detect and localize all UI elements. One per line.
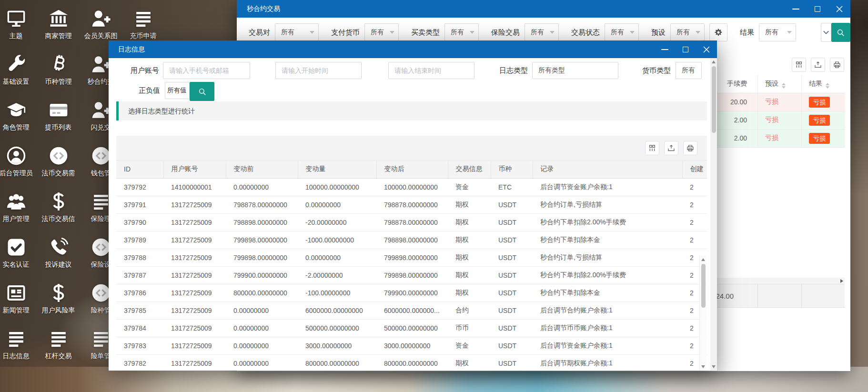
filter-select-value: 所有: [531, 28, 544, 37]
print-button[interactable]: [830, 58, 844, 72]
columns-button[interactable]: [645, 141, 659, 155]
table-cell: USDT: [491, 284, 533, 302]
log-table-container: ID用户账号变动前变动量变动后交易信息币种记录创建 37979214100000…: [116, 136, 707, 371]
table-cell: 秒合约下单扣除本金: [533, 231, 682, 249]
desktop-shortcut[interactable]: 角色管理: [0, 97, 37, 143]
desktop-shortcut[interactable]: 用户风险率: [37, 280, 80, 326]
log-type-value: 所有类型: [538, 66, 565, 75]
columns-button[interactable]: [792, 58, 806, 72]
table-cell: 13172725009: [163, 249, 226, 266]
desktop-shortcut[interactable]: 主题: [0, 6, 37, 51]
card-icon: [48, 99, 70, 121]
monitor-icon: [5, 8, 27, 30]
close-button[interactable]: [696, 40, 717, 58]
close-button[interactable]: [828, 0, 850, 18]
minimize-button[interactable]: [654, 40, 675, 58]
maximize-button[interactable]: [807, 0, 828, 18]
export-icon: [814, 61, 822, 69]
log-info-window: 日志信息 用户账号 日志类型 所有类型 货币类型 所有 正负值 所有值 选择日志…: [109, 40, 717, 371]
export-button[interactable]: [811, 58, 825, 72]
user-plus-icon: [90, 8, 112, 30]
log-type-hint-banner: 选择日志类型进行统计: [116, 101, 707, 121]
desktop-shortcut-label: 币种管理: [45, 78, 72, 86]
filter-select-value: 所有: [371, 28, 384, 37]
desktop-shortcut[interactable]: 基础设置: [0, 51, 37, 97]
modal-search-button[interactable]: [190, 82, 214, 101]
filter-select[interactable]: 所有: [605, 23, 639, 41]
result-select-value: 所有: [765, 28, 778, 37]
table-cell: 币币: [448, 319, 491, 337]
print-button[interactable]: [683, 141, 697, 155]
maximize-button[interactable]: [675, 40, 696, 58]
modal-vertical-scrollbar[interactable]: [710, 58, 717, 371]
column-header: 记录: [533, 161, 682, 178]
desktop-shortcut[interactable]: 法币交易需: [37, 143, 80, 189]
table-cell: ETC: [491, 178, 533, 196]
sort-icon[interactable]: [782, 83, 786, 89]
result-select[interactable]: 所有: [759, 23, 796, 41]
desktop-shortcut[interactable]: 新闻管理: [0, 280, 37, 326]
minimize-button[interactable]: [785, 0, 807, 18]
desktop-shortcut[interactable]: 杠杆交易: [37, 326, 80, 372]
close-icon: [836, 6, 843, 12]
desktop-shortcut[interactable]: 币种管理: [37, 51, 80, 97]
desktop-shortcut[interactable]: 投诉建议: [37, 234, 80, 280]
end-time-input[interactable]: [388, 62, 474, 79]
desktop-shortcut-label: 提币列表: [45, 123, 72, 132]
filter-select-value: 所有: [676, 28, 690, 37]
filter-select[interactable]: 所有: [525, 23, 559, 41]
desktop-shortcut[interactable]: 商家管理: [37, 6, 80, 51]
table-cell: 2: [682, 213, 707, 231]
table-vertical-scrollbar[interactable]: [699, 256, 707, 371]
result-cell: 亏损: [802, 111, 845, 129]
table-row: 37978913172725009799898.00000000-1000.00…: [116, 231, 707, 249]
preset-settings-button[interactable]: [709, 23, 727, 41]
export-button[interactable]: [664, 141, 678, 155]
expand-filters-button[interactable]: [821, 23, 831, 42]
desktop-shortcut-label: 用户管理: [3, 215, 30, 223]
table-cell: USDT: [491, 266, 533, 284]
table-cell: 秒合约下单扣除2.00%手续费: [533, 213, 682, 231]
scrollbar-thumb[interactable]: [712, 66, 716, 133]
chevron-down-icon: [310, 31, 314, 34]
column-header[interactable]: 预设: [758, 75, 802, 93]
table-row: 37978713172725009799900.00000000-2.00000…: [116, 266, 707, 284]
wrench-icon: [5, 53, 27, 75]
table-row: 379783131727250090.000000003000.00000000…: [116, 337, 707, 354]
check-square-icon: [5, 236, 27, 258]
desktop-shortcut[interactable]: 日志信息: [0, 326, 37, 372]
currency-type-select[interactable]: 所有: [676, 62, 702, 79]
log-type-select[interactable]: 所有类型: [532, 62, 618, 79]
table-cell: 379788: [116, 249, 163, 266]
table-cell: 379789: [116, 231, 163, 249]
desktop-shortcut[interactable]: 提币列表: [37, 97, 80, 143]
minimize-icon: [661, 49, 668, 50]
desktop-shortcut[interactable]: 实名认证: [0, 234, 37, 280]
filter-select[interactable]: 所有: [275, 23, 319, 41]
filter-select[interactable]: 所有: [444, 23, 479, 41]
table-cell: 798898.00000000: [376, 231, 448, 249]
log-type-label: 日志类型: [498, 62, 528, 79]
preset-value: 亏损: [765, 116, 778, 123]
sort-icon[interactable]: [826, 83, 829, 89]
result-badge: 亏损: [809, 133, 830, 144]
desktop-shortcut[interactable]: 法币交易信: [37, 189, 80, 234]
columns-icon: [795, 61, 803, 69]
desktop-shortcut[interactable]: 后台管理员: [0, 143, 37, 189]
desktop-shortcut[interactable]: 用户管理: [0, 189, 37, 234]
column-header[interactable]: 结果: [802, 75, 845, 93]
filter-select[interactable]: 所有: [364, 23, 399, 41]
desktop-shortcut-label: 会员关系图: [84, 32, 118, 40]
account-input[interactable]: [163, 62, 250, 79]
start-time-input[interactable]: [275, 62, 362, 79]
table-cell: USDT: [491, 354, 533, 371]
table-cell: 379785: [116, 302, 163, 319]
sign-select[interactable]: 所有值: [165, 82, 190, 99]
table-cell: 798898.00000000: [226, 213, 298, 231]
scrollbar-thumb[interactable]: [701, 264, 706, 308]
filter-select[interactable]: 所有: [670, 23, 705, 41]
search-button[interactable]: [831, 23, 850, 42]
coin-circle-icon: [48, 145, 70, 167]
main-window-title: 秒合约交易: [237, 5, 280, 13]
table-cell: 0.00000000: [226, 337, 298, 354]
